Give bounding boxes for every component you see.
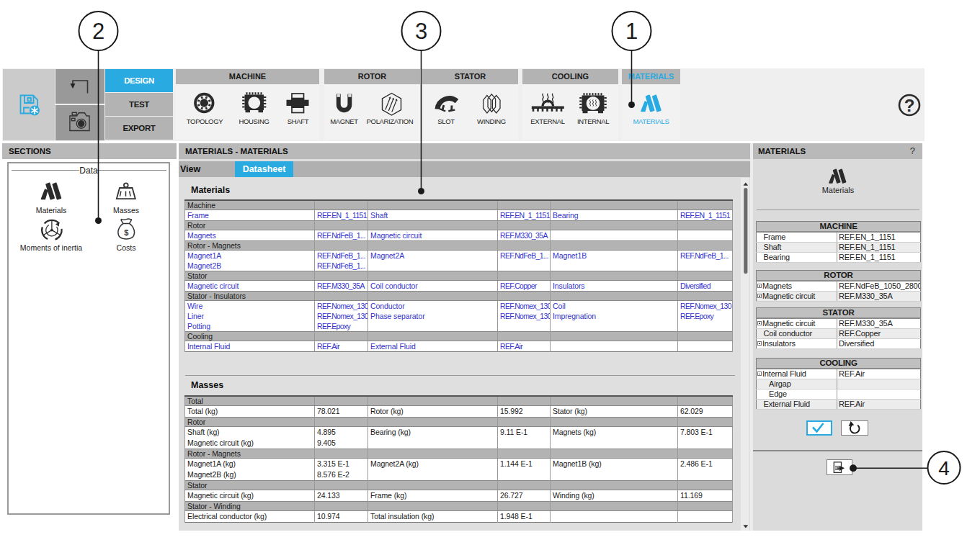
svg-text:TOPOLOGY: TOPOLOGY [187, 117, 223, 125]
svg-text:3: 3 [415, 19, 427, 44]
svg-text:SHAFT: SHAFT [288, 117, 309, 125]
svg-text:HOUSING: HOUSING [239, 117, 270, 125]
svg-text:MAGNET: MAGNET [330, 117, 358, 125]
svg-text:WINDING: WINDING [477, 117, 506, 125]
svg-text:?: ? [904, 96, 915, 115]
svg-text:4: 4 [938, 457, 950, 479]
svg-text:1: 1 [625, 19, 638, 44]
svg-text:SLOT: SLOT [437, 117, 455, 125]
svg-text:EXTERNAL: EXTERNAL [530, 117, 564, 125]
svg-text:POLARIZATION: POLARIZATION [367, 117, 414, 125]
svg-text:INTERNAL: INTERNAL [577, 117, 609, 125]
svg-text:$: $ [124, 228, 128, 237]
svg-text:MATERIALS: MATERIALS [633, 117, 669, 125]
svg-text:2: 2 [92, 19, 104, 44]
